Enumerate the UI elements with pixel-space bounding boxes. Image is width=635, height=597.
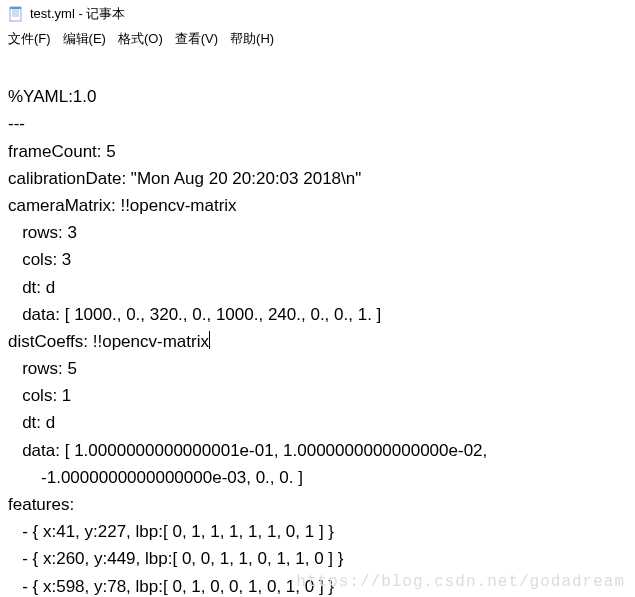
- content-line: - { x:260, y:449, lbp:[ 0, 0, 1, 1, 0, 1…: [8, 549, 343, 568]
- content-line: frameCount: 5: [8, 142, 116, 161]
- content-line: - { x:41, y:227, lbp:[ 0, 1, 1, 1, 1, 1,…: [8, 522, 334, 541]
- title-appname: 记事本: [86, 6, 125, 21]
- content-line: rows: 5: [8, 359, 77, 378]
- title-bar: test.yml - 记事本: [0, 0, 635, 28]
- content-line: cols: 3: [8, 250, 71, 269]
- menu-edit[interactable]: 编辑(E): [63, 30, 106, 48]
- content-line: data: [ 1000., 0., 320., 0., 1000., 240.…: [8, 305, 381, 324]
- notepad-icon: [8, 6, 24, 22]
- content-line: -1.0000000000000000e-03, 0., 0. ]: [8, 468, 303, 487]
- content-line: %YAML:1.0: [8, 87, 97, 106]
- content-line: dt: d: [8, 413, 55, 432]
- content-line: cols: 1: [8, 386, 71, 405]
- content-line: dt: d: [8, 278, 55, 297]
- content-line: calibrationDate: "Mon Aug 20 20:20:03 20…: [8, 169, 361, 188]
- title-separator: -: [75, 6, 87, 21]
- menu-bar: 文件(F) 编辑(E) 格式(O) 查看(V) 帮助(H): [0, 28, 635, 52]
- content-line: features:: [8, 495, 74, 514]
- menu-file[interactable]: 文件(F): [8, 30, 51, 48]
- content-line: rows: 3: [8, 223, 77, 242]
- content-line: distCoeffs: !!opencv-matrix: [8, 332, 209, 351]
- text-cursor: [209, 331, 210, 349]
- menu-format[interactable]: 格式(O): [118, 30, 163, 48]
- content-line: data: [ 1.0000000000000001e-01, 1.000000…: [8, 441, 487, 460]
- menu-view[interactable]: 查看(V): [175, 30, 218, 48]
- svg-rect-5: [10, 7, 21, 9]
- content-line: - { x:598, y:78, lbp:[ 0, 1, 0, 0, 1, 0,…: [8, 577, 334, 596]
- menu-help[interactable]: 帮助(H): [230, 30, 274, 48]
- window-title: test.yml - 记事本: [30, 5, 125, 23]
- content-line: cameraMatrix: !!opencv-matrix: [8, 196, 237, 215]
- content-line: ---: [8, 114, 25, 133]
- title-filename: test.yml: [30, 6, 75, 21]
- editor-content[interactable]: %YAML:1.0 --- frameCount: 5 calibrationD…: [0, 52, 635, 597]
